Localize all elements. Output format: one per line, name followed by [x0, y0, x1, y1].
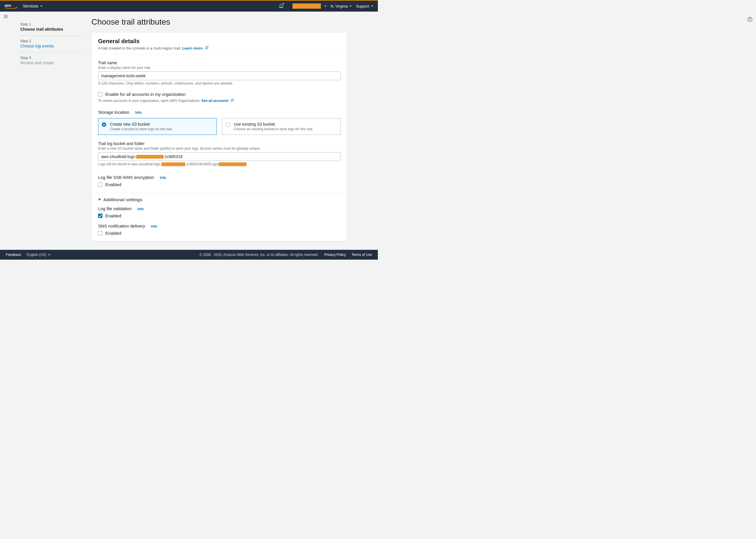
enable-org-checkbox-row[interactable]: Enable for all accounts in my organizati… [98, 92, 341, 97]
chevron-down-icon [48, 254, 50, 256]
bucket-name-input[interactable]: aws-cloudtrail-logs--1c8d5318 [98, 152, 341, 161]
kms-info-link[interactable]: Info [160, 176, 166, 180]
panel-subtitle: A trail created in the console is a mult… [98, 46, 341, 50]
notifications-button[interactable] [279, 3, 284, 9]
wizard-steps: Step 1 Choose trail attributes Step 2 Ch… [20, 17, 81, 241]
checkbox-icon[interactable] [98, 92, 103, 96]
additional-settings-section: Additional settings Log file validation … [92, 193, 347, 241]
copyright-text: © 2008 - 2020, Amazon Web Services, Inc.… [199, 253, 318, 257]
trail-name-hint: Enter a display name for your trail. [98, 66, 341, 70]
terms-of-use-link[interactable]: Terms of Use [352, 253, 372, 257]
triangle-down-icon [98, 198, 101, 200]
bucket-hint: Enter a new S3 bucket name and folder (p… [98, 146, 341, 151]
radio-icon [102, 122, 106, 127]
language-label: English (US) [27, 253, 46, 257]
additional-settings-toggle[interactable]: Additional settings [98, 197, 341, 202]
step-title: Review and create [20, 60, 81, 65]
learn-more-link[interactable]: Learn more [182, 46, 208, 50]
sns-label: SNS notification delivery [98, 223, 145, 228]
radio-icon [226, 122, 230, 127]
chevron-down-icon [324, 6, 327, 7]
trail-name-help: 3-128 characters. Only letters, numbers,… [98, 81, 341, 85]
radio-title: Create new S3 bucket [110, 122, 212, 126]
kms-enabled-checkbox-row[interactable]: Enabled [98, 182, 341, 187]
feedback-link[interactable]: Feedback [6, 253, 21, 257]
step-1[interactable]: Step 1 Choose trail attributes [20, 19, 81, 36]
step-2[interactable]: Step 2 Choose log events [20, 36, 81, 53]
storage-info-link[interactable]: Info [135, 111, 141, 115]
language-selector[interactable]: English (US) [27, 253, 50, 257]
chevron-down-icon [350, 6, 352, 7]
step-label: Step 1 [20, 22, 81, 26]
region-menu[interactable]: N. Virginia [331, 4, 352, 8]
redacted-account-id [162, 162, 185, 166]
external-link-icon [231, 99, 234, 102]
checkbox-checked-icon[interactable] [98, 214, 103, 218]
log-validation-label: Log file validation [98, 206, 132, 211]
chevron-down-icon [371, 6, 373, 7]
bucket-path-help: Logs will be stored in aws-cloudtrail-lo… [98, 162, 341, 166]
redacted-account-id [136, 155, 164, 159]
panel-title: General details [98, 38, 341, 44]
aws-logo[interactable]: aws [5, 3, 18, 9]
radio-subtitle: Create a bucket to store logs for the tr… [110, 127, 212, 131]
redacted-account-id [219, 162, 246, 166]
trail-name-input[interactable] [98, 71, 341, 80]
radio-existing-bucket[interactable]: Use existing S3 bucket Choose an existin… [222, 118, 341, 135]
bucket-label: Trail log bucket and folder [98, 141, 341, 146]
log-validation-enabled-label: Enabled [105, 213, 121, 218]
footer-bar: Feedback English (US) © 2008 - 2020, Ama… [0, 250, 378, 260]
account-menu[interactable] [293, 3, 327, 9]
additional-settings-title: Additional settings [103, 197, 142, 202]
top-nav: aws Services N. Virginia Support [0, 0, 378, 12]
org-help: To review accounts in your organization,… [98, 99, 341, 103]
enable-org-label: Enable for all accounts in my organizati… [105, 92, 186, 97]
general-details-panel: General details A trail created in the c… [92, 33, 347, 241]
region-label: N. Virginia [331, 4, 348, 8]
sns-checkbox-row[interactable]: Enabled [98, 231, 341, 236]
checkbox-icon[interactable] [98, 182, 103, 187]
log-validation-info-link[interactable]: Info [137, 207, 144, 211]
privacy-policy-link[interactable]: Privacy Policy [324, 253, 346, 257]
checkbox-icon[interactable] [98, 231, 103, 235]
services-menu[interactable]: Services [23, 4, 42, 8]
radio-title: Use existing S3 bucket [234, 122, 336, 126]
kms-enabled-label: Enabled [105, 182, 121, 187]
sns-info-link[interactable]: Info [151, 224, 157, 228]
see-all-accounts-link[interactable]: See all accounts [201, 99, 234, 103]
account-redacted [293, 3, 321, 9]
trail-name-label: Trail name [98, 60, 341, 65]
step-label: Step 3 [20, 55, 81, 60]
step-3: Step 3 Review and create [20, 53, 81, 69]
kms-label: Log file SSE-KMS encryption [98, 175, 154, 180]
radio-subtitle: Choose an existing bucket to store logs … [234, 127, 336, 131]
side-panel-toggle[interactable] [0, 14, 12, 20]
services-label: Services [23, 4, 38, 8]
page-title: Choose trail attributes [92, 17, 347, 27]
radio-create-new-bucket[interactable]: Create new S3 bucket Create a bucket to … [98, 118, 217, 135]
storage-location-label: Storage location [98, 110, 129, 115]
svg-text:aws: aws [5, 3, 11, 8]
support-menu[interactable]: Support [356, 4, 373, 8]
sns-enabled-label: Enabled [105, 231, 121, 236]
step-title: Choose log events [20, 44, 81, 48]
external-link-icon [205, 46, 209, 49]
step-label: Step 2 [20, 39, 81, 43]
notification-dot-icon [282, 3, 284, 5]
support-label: Support [356, 4, 369, 8]
log-validation-checkbox-row[interactable]: Enabled [98, 213, 341, 218]
step-title: Choose trail attributes [20, 27, 81, 32]
chevron-down-icon [40, 6, 42, 7]
